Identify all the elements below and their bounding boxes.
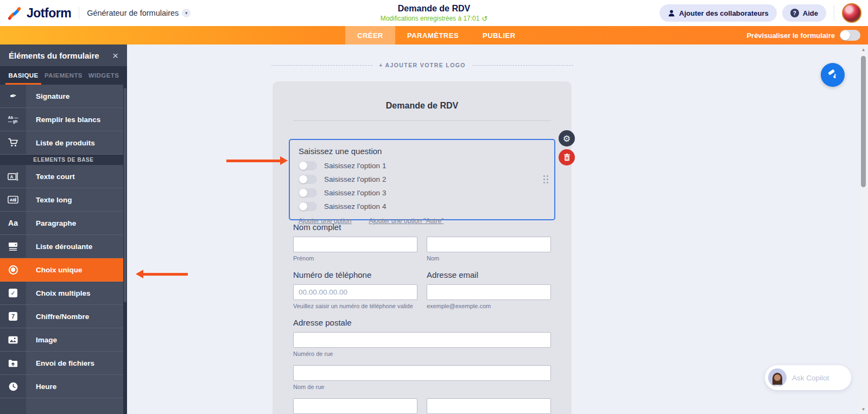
option-row[interactable]: Saisissez l'option 4	[299, 202, 546, 211]
revision-history-icon[interactable]: ↺	[481, 15, 487, 23]
form-canvas: + AJOUTER VOTRE LOGO Demande de RDV Sais…	[127, 44, 868, 414]
chevron-down-icon: ▾	[182, 9, 191, 17]
radio-icon	[9, 265, 18, 275]
add-logo-area[interactable]: + AJOUTER VOTRE LOGO	[271, 62, 573, 68]
last-name-sublabel: Nom	[427, 255, 551, 262]
add-other-option-link[interactable]: Ajouter une option "Autre"	[369, 217, 443, 225]
radio-option-control[interactable]	[299, 175, 317, 184]
builder-navbar: CRÉER PARAMÈTRES PUBLIER Prévisualiser l…	[0, 26, 868, 44]
option-row[interactable]: Saisissez l'option 3	[299, 188, 546, 198]
drag-handle-icon[interactable]	[543, 175, 548, 183]
main-scrollbar[interactable]: ▲ ▼	[859, 44, 868, 414]
preview-toggle-label: Prévisualiser le formulaire	[746, 31, 835, 40]
add-logo-label[interactable]: + AJOUTER VOTRE LOGO	[379, 62, 466, 68]
street-name-input[interactable]	[293, 365, 551, 381]
svg-text:A: A	[10, 174, 14, 179]
email-label[interactable]: Adresse email	[427, 270, 551, 279]
element-choix-unique[interactable]: Choix unique	[0, 258, 127, 282]
single-choice-question-block[interactable]: Saisissez une question Saisissez l'optio…	[289, 139, 555, 220]
element-liste-de-produits[interactable]: Liste de produits	[0, 131, 127, 155]
jotform-logo-icon[interactable]	[8, 6, 22, 21]
tab-basique[interactable]: BASIQUE	[3, 66, 43, 85]
panel-title: Éléments du formulaire	[9, 51, 99, 60]
paragraph-icon: Aa	[8, 219, 18, 227]
scrollbar-thumb[interactable]	[861, 56, 866, 187]
image-icon	[8, 336, 18, 344]
sidebar-scrollbar[interactable]	[123, 85, 127, 414]
help-button[interactable]: ? Aide	[782, 4, 826, 22]
short-text-icon: A	[8, 173, 18, 181]
number-icon: 7	[9, 312, 17, 321]
option-row[interactable]: Saisissez l'option 1	[299, 161, 546, 170]
add-collaborators-button[interactable]: Ajouter des collaborateurs	[660, 4, 777, 22]
tab-widgets[interactable]: WIDGETS	[84, 66, 124, 85]
tab-creer[interactable]: CRÉER	[345, 26, 395, 44]
element-liste-deroulante[interactable]: Liste déroulante	[0, 235, 127, 258]
scroll-down-icon[interactable]: ▼	[859, 405, 868, 413]
svg-text:AB: AB	[10, 198, 16, 202]
title-divider	[293, 120, 551, 121]
tab-publier[interactable]: PUBLIER	[471, 26, 528, 44]
element-heure[interactable]: Heure	[0, 375, 127, 398]
ask-copilot-widget[interactable]: Ask Copilot	[765, 365, 851, 390]
field-settings-button[interactable]: ⚙	[559, 130, 575, 147]
radio-option-control[interactable]	[299, 202, 317, 211]
scroll-up-icon[interactable]: ▲	[859, 46, 868, 53]
address-label[interactable]: Adresse postale	[293, 318, 551, 327]
signature-pen-icon: ✒	[9, 91, 17, 101]
element-remplir-les-blancs[interactable]: Ab —— gh Remplir les blancs	[0, 108, 127, 131]
question-mark-icon: ?	[790, 9, 799, 17]
first-name-input[interactable]	[293, 237, 417, 252]
dropdown-icon	[8, 242, 18, 251]
element-choix-multiples[interactable]: ✓ Choix multiples	[0, 282, 127, 305]
header-divider	[79, 7, 79, 19]
paint-roller-icon	[827, 69, 839, 81]
phone-label[interactable]: Numéro de téléphone	[293, 270, 417, 279]
phone-helper: Veuillez saisir un numéro de téléphone v…	[293, 303, 417, 309]
element-partial-row	[0, 398, 127, 414]
phone-input[interactable]	[293, 284, 417, 300]
street-name-sublabel: Nom de rue	[293, 384, 551, 390]
form-card: Demande de RDV Saisissez une question Sa…	[273, 81, 572, 414]
jotform-logo-text[interactable]: Jotform	[27, 6, 71, 21]
radio-option-control[interactable]	[299, 161, 317, 170]
help-label: Aide	[803, 9, 818, 17]
element-envoi-de-fichiers[interactable]: Envoi de fichiers	[0, 352, 127, 375]
element-texte-long[interactable]: AB Texte long	[0, 188, 127, 212]
street-number-input[interactable]	[293, 332, 551, 348]
region-input[interactable]	[427, 398, 551, 414]
field-delete-button[interactable]	[559, 149, 575, 165]
preview-toggle[interactable]	[840, 30, 860, 41]
element-image[interactable]: Image	[0, 328, 127, 352]
option-row[interactable]: Saisissez l'option 2	[299, 175, 546, 184]
question-label[interactable]: Saisissez une question	[299, 147, 546, 156]
radio-option-control[interactable]	[299, 188, 317, 198]
section-elements-de-base: ELEMENTS DE BASE	[0, 155, 127, 165]
trash-icon	[563, 154, 571, 161]
element-paragraphe[interactable]: Aa Paragraphe	[0, 212, 127, 235]
tab-paiements[interactable]: PAIEMENTS	[43, 66, 84, 85]
add-option-link[interactable]: Ajouter une option	[299, 217, 351, 225]
last-name-input[interactable]	[427, 237, 551, 252]
product-switcher[interactable]: Générateur de formulaires ▾	[87, 9, 191, 17]
element-signature[interactable]: ✒ Signature	[0, 85, 127, 108]
element-texte-court[interactable]: A Texte court	[0, 165, 127, 188]
email-helper: exemple@exemple.com	[427, 303, 551, 309]
form-card-title[interactable]: Demande de RDV	[293, 101, 551, 111]
annotation-arrow-choix-unique	[136, 270, 188, 278]
fill-blanks-icon: Ab —— gh	[8, 116, 18, 123]
street-number-sublabel: Numéro de rue	[293, 351, 551, 357]
form-designer-button[interactable]	[821, 63, 845, 87]
person-icon	[668, 9, 675, 17]
city-input[interactable]	[293, 398, 417, 414]
close-icon[interactable]: ×	[112, 50, 118, 61]
product-switcher-label: Générateur de formulaires	[87, 9, 179, 17]
header-divider	[834, 5, 834, 21]
add-collaborators-label: Ajouter des collaborateurs	[679, 9, 769, 17]
gear-icon: ⚙	[563, 133, 571, 144]
user-avatar[interactable]	[842, 3, 861, 23]
long-text-icon: AB	[8, 195, 18, 204]
tab-parametres[interactable]: PARAMÈTRES	[395, 26, 471, 44]
email-input[interactable]	[427, 284, 551, 300]
element-chiffre-nombre[interactable]: 7 Chiffre/Nombre	[0, 305, 127, 328]
